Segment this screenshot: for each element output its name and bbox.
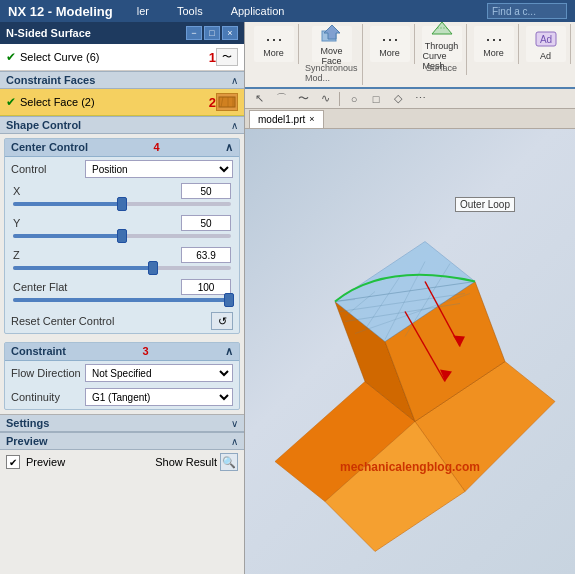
constraint-label: Constraint — [11, 345, 66, 358]
ad-icon: Ad — [534, 28, 558, 51]
y-slider-row: Y 50 — [5, 213, 239, 245]
select-curve-label[interactable]: Select Curve (6) — [20, 51, 205, 63]
more3-label: More — [483, 48, 504, 58]
tb2-circle-btn[interactable]: ○ — [344, 90, 364, 108]
continuity-select[interactable]: G1 (Tangent) — [85, 388, 233, 406]
preview-chevron: ∧ — [231, 436, 238, 447]
show-result-btn[interactable]: Show Result 🔍 — [155, 453, 238, 471]
x-label: X — [13, 185, 20, 197]
dialog-title-bar: N-Sided Surface − □ × — [0, 22, 244, 44]
constraint-chevron: ∧ — [225, 345, 233, 358]
right-panel: ⋯ More Move Face Synchronous Mod... — [245, 22, 575, 574]
shape-control-header[interactable]: Shape Control ∧ — [0, 116, 244, 134]
reset-center-label: Reset Center Control — [11, 315, 114, 327]
through-curve-mesh-btn[interactable]: Through Curve Mesh — [422, 26, 462, 62]
preview-header-label: Preview — [6, 435, 48, 447]
select-face-number: 2 — [209, 95, 216, 110]
ad-btn[interactable]: Ad Ad — [526, 26, 566, 62]
tb2-tilde-btn[interactable]: ∿ — [315, 90, 335, 108]
model-tab-label: model1.prt — [258, 114, 305, 125]
y-label: Y — [13, 217, 20, 229]
show-result-label: Show Result — [155, 456, 217, 468]
tb2-sq-btn[interactable]: □ — [366, 90, 386, 108]
preview-label: Preview — [26, 456, 65, 468]
preview-checkbox[interactable]: ✔ — [6, 455, 20, 469]
ribbon-group-move-face: Move Face Synchronous Mod... — [301, 24, 363, 85]
flow-direction-row: Flow Direction Not Specified — [5, 361, 239, 385]
ribbon-group-more1: ⋯ More — [249, 24, 299, 64]
more1-label: More — [263, 48, 284, 58]
x-slider-thumb[interactable] — [117, 197, 127, 211]
more1-btn[interactable]: ⋯ More — [254, 26, 294, 62]
menu-application[interactable]: Application — [227, 5, 289, 17]
move-face-label: Move — [320, 46, 342, 56]
constraint-faces-header[interactable]: Constraint Faces ∧ — [0, 71, 244, 89]
y-slider-thumb[interactable] — [117, 229, 127, 243]
preview-header[interactable]: Preview ∧ — [0, 432, 244, 450]
reset-center-row: Reset Center Control ↺ — [5, 309, 239, 333]
continuity-label: Continuity — [11, 391, 81, 403]
more3-icon: ⋯ — [485, 30, 503, 48]
more2-label: More — [379, 48, 400, 58]
magnify-icon[interactable]: 🔍 — [220, 453, 238, 471]
x-value[interactable]: 50 — [181, 183, 231, 199]
curve-icon[interactable]: 〜 — [216, 48, 238, 66]
z-slider-track[interactable] — [13, 266, 231, 270]
center-control-number: 4 — [153, 141, 159, 154]
menu-ler[interactable]: ler — [133, 5, 153, 17]
dialog-close-btn[interactable]: × — [222, 26, 238, 40]
move-face-btn[interactable]: Move Face — [312, 26, 352, 62]
more3-btn[interactable]: ⋯ More — [474, 26, 514, 62]
select-face-label[interactable]: Select Face (2) — [20, 96, 205, 108]
dialog-minimize-btn[interactable]: − — [186, 26, 202, 40]
select-curve-number: 1 — [209, 50, 216, 65]
tb2-sep1 — [339, 92, 340, 106]
through-curve-mesh-icon — [430, 18, 454, 41]
surface-label: Surface — [426, 63, 457, 73]
outer-loop-label: Outer Loop — [455, 197, 515, 212]
z-slider-fill — [13, 266, 153, 270]
shape-control-label: Shape Control — [6, 119, 81, 131]
center-flat-slider-track[interactable] — [13, 298, 231, 302]
model-tab[interactable]: model1.prt × — [249, 110, 324, 128]
more2-btn[interactable]: ⋯ More — [370, 26, 410, 62]
tb2-curve-btn[interactable]: ⌒ — [271, 90, 291, 108]
select-curve-check: ✔ — [6, 50, 16, 64]
x-slider-track[interactable] — [13, 202, 231, 206]
dialog-expand-btn[interactable]: □ — [204, 26, 220, 40]
tb2-dots-btn[interactable]: ⋯ — [410, 90, 430, 108]
control-type-select[interactable]: Position — [85, 160, 233, 178]
constraint-header[interactable]: Constraint 3 ∧ — [5, 343, 239, 361]
center-control-header[interactable]: Center Control 4 ∧ — [5, 139, 239, 157]
tb2-arrow-btn[interactable]: ↖ — [249, 90, 269, 108]
move-face-icon — [320, 23, 344, 46]
constraint-faces-chevron: ∧ — [231, 75, 238, 86]
viewport[interactable]: Outer Loop mechanicalengblog.com — [245, 129, 575, 574]
more2-icon: ⋯ — [381, 30, 399, 48]
z-slider-row: Z 63.9 — [5, 245, 239, 277]
control-type-label: Control — [11, 163, 81, 175]
control-type-row: Control Position — [5, 157, 239, 181]
tb2-diamond-btn[interactable]: ◇ — [388, 90, 408, 108]
settings-header[interactable]: Settings ∨ — [0, 414, 244, 432]
tb2-wave-btn[interactable]: 〜 — [293, 90, 313, 108]
center-control-panel: Center Control 4 ∧ Control Position X 50 — [4, 138, 240, 334]
search-input[interactable] — [487, 3, 567, 19]
menu-tools[interactable]: Tools — [173, 5, 207, 17]
ribbon-group-ad: Ad Ad — [521, 24, 571, 64]
y-slider-track[interactable] — [13, 234, 231, 238]
secondary-toolbar: ↖ ⌒ 〜 ∿ ○ □ ◇ ⋯ — [245, 89, 575, 109]
reset-center-btn[interactable]: ↺ — [211, 312, 233, 330]
model-tab-close[interactable]: × — [309, 114, 314, 124]
synchronous-label: Synchronous Mod... — [305, 63, 358, 83]
z-value[interactable]: 63.9 — [181, 247, 231, 263]
nx-search — [487, 3, 567, 19]
dialog-title: N-Sided Surface — [6, 27, 91, 39]
center-flat-slider-thumb[interactable] — [224, 293, 234, 307]
z-slider-thumb[interactable] — [148, 261, 158, 275]
y-value[interactable]: 50 — [181, 215, 231, 231]
y-slider-fill — [13, 234, 122, 238]
face-icon[interactable] — [216, 93, 238, 111]
flow-direction-select[interactable]: Not Specified — [85, 364, 233, 382]
center-flat-slider-fill — [13, 298, 231, 302]
